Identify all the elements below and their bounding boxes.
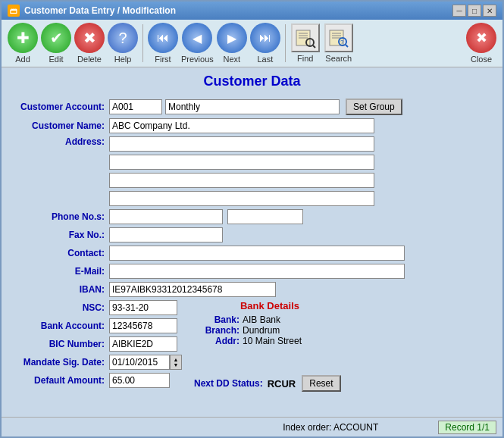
status-bar: Index order: ACCOUNT Record 1/1	[2, 417, 502, 436]
edit-button[interactable]: ✔	[41, 23, 71, 53]
close-toolbar-item[interactable]: ✖ Close	[466, 23, 496, 64]
svg-line-5	[313, 45, 315, 48]
find-toolbar-item[interactable]: Find	[290, 23, 321, 63]
contact-input[interactable]	[109, 246, 405, 261]
next-dd-label: Next DD Status:	[194, 378, 263, 389]
email-row: E-Mail:	[11, 264, 493, 279]
previous-toolbar-item[interactable]: ◀ Previous	[181, 23, 214, 64]
nsc-left-section: NSC: Bank Account: BIC Number: Mandate S…	[11, 300, 182, 391]
bic-input[interactable]	[109, 336, 177, 352]
address-label: Address:	[11, 136, 109, 147]
edit-label: Edit	[49, 55, 64, 64]
add-label: Add	[15, 55, 30, 64]
phone-row: Phone No.s:	[11, 209, 493, 224]
previous-button[interactable]: ◀	[182, 23, 212, 53]
title-bar-left: 🗃 Customer Data Entry / Modification	[8, 5, 176, 17]
close-button[interactable]: ✖	[466, 23, 496, 53]
monthly-input[interactable]	[165, 99, 340, 114]
search-label: Search	[325, 54, 352, 63]
branch-label: Branch:	[194, 325, 239, 336]
email-input[interactable]	[109, 264, 405, 279]
delete-toolbar-item[interactable]: ✖ Delete	[74, 23, 105, 64]
help-label: Help	[114, 55, 132, 64]
address-line3-input[interactable]	[109, 173, 374, 188]
svg-text:?: ?	[340, 39, 344, 45]
mandate-sig-row: Mandate Sig. Date: ▲ ▼	[11, 355, 182, 370]
page-title: Customer Data	[11, 74, 493, 89]
last-toolbar-item[interactable]: ⏭ Last	[250, 23, 280, 64]
bank-account-row: Bank Account:	[11, 318, 182, 333]
default-amount-input[interactable]	[109, 373, 170, 388]
bank-details-title: Bank Details	[194, 300, 346, 311]
first-toolbar-item[interactable]: ⏮ First	[148, 23, 178, 64]
address-line2-input[interactable]	[109, 155, 374, 170]
separator-2	[285, 24, 286, 62]
delete-button[interactable]: ✖	[74, 23, 105, 53]
reset-button[interactable]: Reset	[302, 375, 340, 392]
close-title-button[interactable]: ✕	[483, 5, 496, 17]
default-amount-row: Default Amount:	[11, 373, 182, 388]
iban-label: IBAN:	[11, 284, 109, 295]
branch-value: Dundrum	[243, 325, 280, 336]
iban-input[interactable]	[109, 282, 276, 297]
separator-1	[142, 24, 143, 62]
customer-name-row: Customer Name:	[11, 118, 493, 133]
search-button[interactable]: ?	[324, 23, 353, 52]
nsc-label: NSC:	[11, 302, 109, 313]
find-button[interactable]	[291, 23, 320, 52]
toolbar: ✚ Add ✔ Edit ✖ Delete ? Help ⏮ First ◀ P…	[2, 20, 502, 67]
fax-input[interactable]	[109, 227, 223, 242]
set-group-button[interactable]: Set Group	[346, 99, 402, 115]
minimize-button[interactable]: ─	[452, 5, 466, 17]
address-inputs	[109, 136, 374, 206]
search-toolbar-item[interactable]: ? Search	[324, 23, 354, 63]
last-button[interactable]: ⏭	[250, 23, 280, 53]
next-button[interactable]: ▶	[217, 23, 247, 53]
nsc-input[interactable]	[109, 300, 177, 315]
previous-label: Previous	[181, 55, 214, 64]
customer-name-label: Customer Name:	[11, 120, 109, 131]
edit-toolbar-item[interactable]: ✔ Edit	[41, 23, 71, 64]
add-button[interactable]: ✚	[8, 23, 38, 53]
main-window: 🗃 Customer Data Entry / Modification ─ □…	[0, 0, 504, 438]
address-line4-input[interactable]	[109, 191, 374, 206]
address-line1-input[interactable]	[109, 136, 374, 152]
contact-row: Contact:	[11, 246, 493, 261]
mandate-date-input[interactable]	[109, 355, 170, 370]
bank-name-row: Bank: AIB Bank	[194, 314, 346, 325]
phone1-input[interactable]	[109, 209, 223, 224]
email-label: E-Mail:	[11, 266, 109, 277]
help-button[interactable]: ?	[108, 23, 138, 53]
app-icon: 🗃	[8, 5, 20, 17]
maximize-button[interactable]: □	[468, 5, 481, 17]
svg-line-11	[346, 45, 348, 47]
fax-label: Fax No.:	[11, 230, 109, 240]
nsc-bank-section: NSC: Bank Account: BIC Number: Mandate S…	[11, 300, 493, 392]
record-indicator: Record 1/1	[438, 421, 496, 434]
iban-row: IBAN:	[11, 282, 493, 297]
bank-name-label: Bank:	[194, 314, 239, 325]
last-label: Last	[257, 55, 273, 64]
date-input-group: ▲ ▼	[109, 355, 182, 370]
bank-name-value: AIB Bank	[243, 314, 280, 325]
branch-row: Branch: Dundrum	[194, 325, 346, 336]
addr-row: Addr: 10 Main Street	[194, 336, 346, 346]
phone-label: Phone No.s:	[11, 211, 109, 222]
bic-row: BIC Number:	[11, 336, 182, 352]
add-toolbar-item[interactable]: ✚ Add	[8, 23, 38, 64]
first-label: First	[155, 55, 171, 64]
customer-account-input[interactable]	[109, 99, 162, 114]
customer-name-input[interactable]	[109, 118, 374, 133]
help-toolbar-item[interactable]: ? Help	[108, 23, 138, 64]
bank-account-input[interactable]	[109, 318, 177, 333]
date-spin-button[interactable]: ▲ ▼	[170, 355, 182, 370]
default-amount-label: Default Amount:	[11, 375, 109, 386]
customer-account-label: Customer Account:	[11, 102, 109, 112]
address-row-1: Address:	[11, 136, 493, 206]
first-button[interactable]: ⏮	[148, 23, 178, 53]
next-toolbar-item[interactable]: ▶ Next	[217, 23, 247, 64]
find-label: Find	[297, 54, 313, 63]
fax-row: Fax No.:	[11, 227, 493, 242]
phone2-input[interactable]	[227, 209, 303, 224]
form-content: Customer Data Customer Account: Set Grou…	[2, 67, 502, 417]
